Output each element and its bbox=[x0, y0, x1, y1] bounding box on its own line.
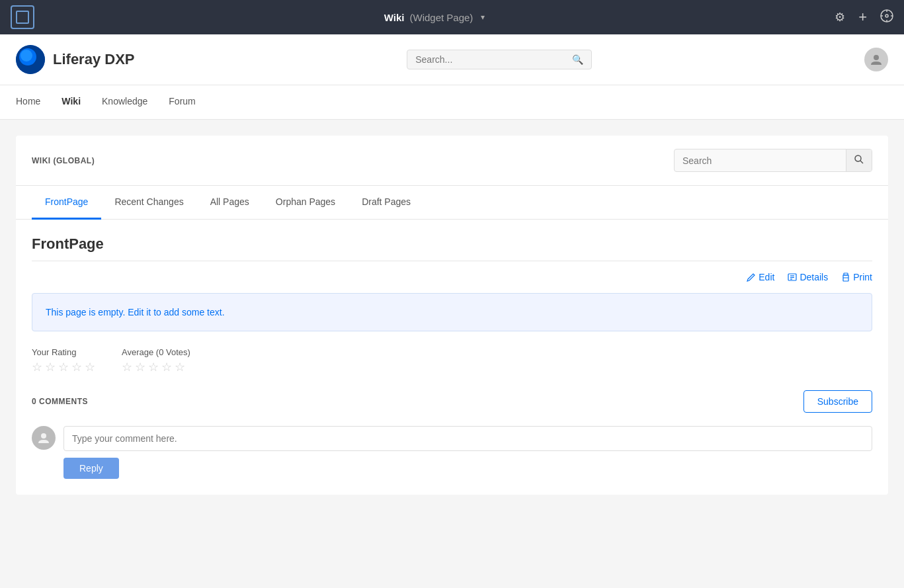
nav-item-wiki[interactable]: Wiki bbox=[62, 85, 81, 119]
sidebar-toggle-icon[interactable] bbox=[11, 5, 34, 29]
action-bar: Edit Details Print bbox=[32, 272, 872, 282]
header-search-input[interactable] bbox=[415, 54, 567, 65]
topbar-dropdown-icon[interactable]: ▾ bbox=[481, 13, 485, 22]
avg-star-5: ☆ bbox=[175, 360, 185, 374]
top-bar-left bbox=[11, 5, 34, 29]
square-icon-inner bbox=[16, 11, 29, 24]
tab-all-pages[interactable]: All Pages bbox=[197, 186, 263, 220]
svg-point-9 bbox=[874, 55, 879, 60]
brand-logo bbox=[16, 45, 45, 74]
topbar-page-title: Wiki bbox=[384, 12, 405, 23]
details-link[interactable]: Details bbox=[788, 272, 828, 282]
brand-name: Liferay DXP bbox=[53, 51, 135, 68]
star-3[interactable]: ☆ bbox=[58, 360, 69, 374]
star-2[interactable]: ☆ bbox=[45, 360, 56, 374]
main-content: WIKI (GLOBAL) FrontPage Recent Changes A… bbox=[16, 136, 888, 495]
top-bar-center: Wiki (Widget Page) ▾ bbox=[384, 12, 485, 23]
your-rating-group: Your Rating ☆ ☆ ☆ ☆ ☆ bbox=[32, 347, 95, 374]
star-1[interactable]: ☆ bbox=[32, 360, 42, 374]
star-4[interactable]: ☆ bbox=[71, 360, 82, 374]
compass-icon[interactable] bbox=[880, 9, 893, 26]
comment-input[interactable] bbox=[63, 426, 872, 451]
comments-section: 0 COMMENTS Subscribe Reply bbox=[32, 390, 872, 479]
tab-draft-pages[interactable]: Draft Pages bbox=[349, 186, 424, 220]
svg-rect-16 bbox=[843, 278, 848, 281]
comment-input-wrapper: Reply bbox=[63, 426, 872, 479]
commenter-avatar bbox=[32, 426, 56, 450]
svg-line-11 bbox=[860, 161, 863, 163]
nav-item-home[interactable]: Home bbox=[16, 85, 40, 119]
nav-item-knowledge[interactable]: Knowledge bbox=[102, 85, 147, 119]
tab-recent-changes[interactable]: Recent Changes bbox=[101, 186, 196, 220]
wiki-search-button[interactable] bbox=[846, 149, 872, 171]
gear-icon[interactable]: ⚙ bbox=[835, 10, 845, 24]
header-search[interactable]: 🔍 bbox=[407, 50, 592, 69]
avg-star-1: ☆ bbox=[122, 360, 132, 374]
avg-star-4: ☆ bbox=[161, 360, 172, 374]
average-rating-label: Average (0 Votes) bbox=[122, 347, 190, 357]
tab-orphan-pages[interactable]: Orphan Pages bbox=[263, 186, 349, 220]
wiki-tabs: FrontPage Recent Changes All Pages Orpha… bbox=[16, 186, 888, 220]
wiki-search-input[interactable] bbox=[675, 150, 846, 171]
header: Liferay DXP 🔍 bbox=[0, 34, 904, 85]
reply-button[interactable]: Reply bbox=[63, 458, 119, 479]
empty-notice: This page is empty. Edit it to add some … bbox=[32, 293, 872, 331]
top-bar-right: ⚙ + bbox=[835, 9, 893, 26]
user-avatar[interactable] bbox=[864, 48, 888, 71]
avg-star-3: ☆ bbox=[148, 360, 159, 374]
star-5[interactable]: ☆ bbox=[85, 360, 95, 374]
comments-header: 0 COMMENTS Subscribe bbox=[32, 390, 872, 413]
wiki-search[interactable] bbox=[674, 149, 872, 172]
header-search-icon: 🔍 bbox=[572, 54, 583, 65]
average-rating-stars: ☆ ☆ ☆ ☆ ☆ bbox=[122, 360, 190, 374]
subscribe-button[interactable]: Subscribe bbox=[803, 390, 872, 413]
comments-count: 0 COMMENTS bbox=[32, 397, 88, 406]
svg-rect-17 bbox=[844, 273, 848, 275]
nav-item-forum[interactable]: Forum bbox=[169, 85, 195, 119]
main-nav: Home Wiki Knowledge Forum bbox=[0, 85, 904, 120]
your-rating-stars[interactable]: ☆ ☆ ☆ ☆ ☆ bbox=[32, 360, 95, 374]
svg-point-18 bbox=[41, 433, 46, 439]
plus-icon[interactable]: + bbox=[858, 9, 867, 26]
svg-point-10 bbox=[855, 155, 861, 161]
wiki-header: WIKI (GLOBAL) bbox=[16, 136, 888, 186]
topbar-page-subtitle: (Widget Page) bbox=[409, 12, 473, 23]
wiki-section-title: WIKI (GLOBAL) bbox=[32, 156, 95, 165]
avg-star-2: ☆ bbox=[135, 360, 145, 374]
wiki-content: FrontPage Edit Details bbox=[16, 220, 888, 495]
header-right bbox=[864, 48, 888, 71]
edit-link[interactable]: Edit bbox=[747, 272, 774, 282]
average-rating-group: Average (0 Votes) ☆ ☆ ☆ ☆ ☆ bbox=[122, 347, 190, 374]
your-rating-label: Your Rating bbox=[32, 347, 95, 357]
tab-frontpage[interactable]: FrontPage bbox=[32, 186, 101, 220]
top-bar: Wiki (Widget Page) ▾ ⚙ + bbox=[0, 0, 904, 34]
page-title: FrontPage bbox=[32, 235, 872, 261]
svg-point-1 bbox=[885, 15, 888, 17]
print-link[interactable]: Print bbox=[841, 272, 872, 282]
comment-input-area: Reply bbox=[32, 426, 872, 479]
svg-point-8 bbox=[21, 50, 32, 62]
header-brand: Liferay DXP bbox=[16, 45, 135, 74]
rating-section: Your Rating ☆ ☆ ☆ ☆ ☆ Average (0 Votes) … bbox=[32, 347, 872, 374]
